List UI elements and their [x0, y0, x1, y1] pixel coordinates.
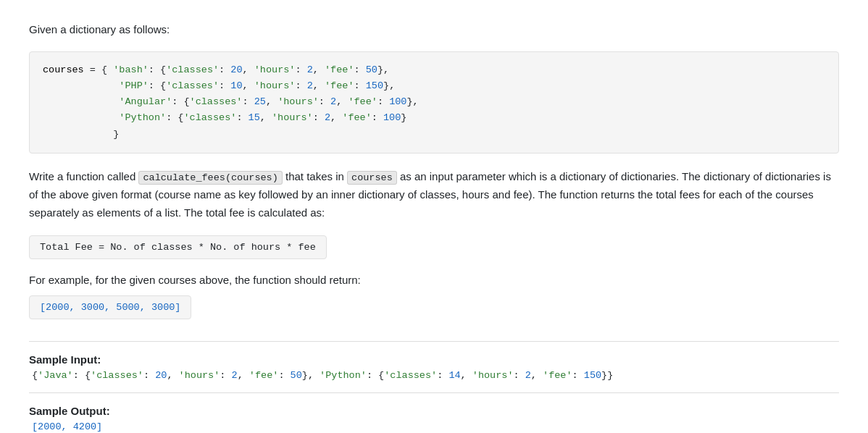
intro-text: Given a dictionary as follows:: [29, 22, 839, 38]
sample-output-section: Sample Output: [2000, 4200]: [29, 405, 839, 432]
sample-input-label: Sample Input:: [29, 353, 839, 366]
param-inline: courses: [347, 171, 397, 185]
sample-output-label: Sample Output:: [29, 405, 839, 417]
example-intro-text: For example, for the given courses above…: [29, 272, 839, 289]
divider-2: [29, 392, 839, 393]
description-text: Write a function called calculate_fees(c…: [29, 168, 839, 222]
code-block: courses = { 'bash': {'classes': 20, 'hou…: [29, 51, 839, 154]
example-output-block: [2000, 3000, 5000, 3000]: [29, 295, 191, 319]
sample-input-section: Sample Input: {'Java': {'classes': 20, '…: [29, 353, 839, 381]
function-name-inline: calculate_fees(courses): [138, 171, 282, 185]
sample-input-value: {'Java': {'classes': 20, 'hours': 2, 'fe…: [29, 370, 839, 381]
divider: [29, 341, 839, 342]
sample-output-value: [2000, 4200]: [29, 421, 839, 432]
formula-block: Total Fee = No. of classes * No. of hour…: [29, 235, 327, 259]
